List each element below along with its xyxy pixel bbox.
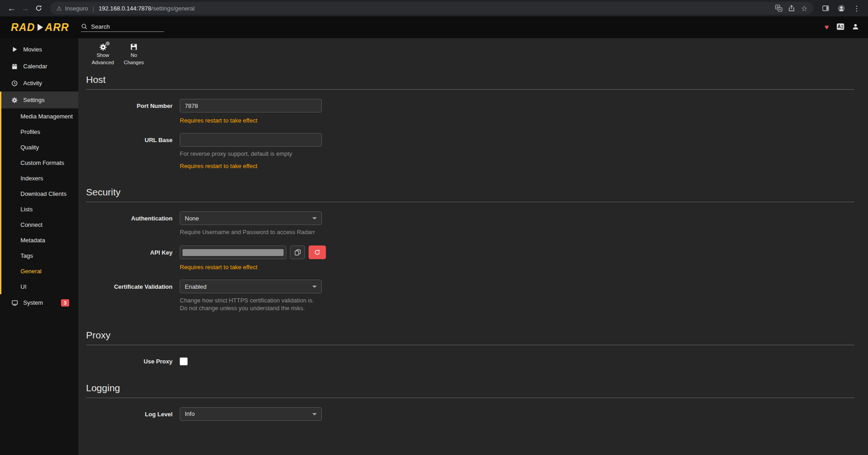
- url-base-help: For reverse proxy support, default is em…: [180, 150, 322, 158]
- calendar-icon: [11, 63, 18, 70]
- api-key-restart-warning: Requires restart to take effect: [180, 264, 326, 271]
- advanced-badge-dot: [106, 41, 110, 46]
- search-box[interactable]: [81, 23, 164, 32]
- browser-menu-icon[interactable]: ⋮: [850, 1, 863, 15]
- sidebar-label: Calendar: [23, 63, 47, 70]
- toolbar-label: Show: [96, 52, 109, 58]
- section-title-proxy: Proxy: [86, 330, 854, 341]
- certificate-validation-label: Certificate Validation: [86, 280, 180, 290]
- copy-api-key-button[interactable]: [290, 245, 305, 259]
- donate-heart-icon[interactable]: ♥: [825, 23, 829, 31]
- forward-icon[interactable]: →: [18, 1, 32, 15]
- toolbar-label: Changes: [124, 60, 144, 66]
- translate-icon[interactable]: A: [772, 3, 785, 14]
- sidebar-item-connect[interactable]: Connect: [1, 217, 78, 232]
- reload-icon[interactable]: [32, 1, 46, 15]
- sidebar-item-quality[interactable]: Quality: [1, 139, 78, 155]
- sidebar-item-movies[interactable]: Movies: [0, 41, 78, 58]
- address-bar[interactable]: ⚠ Inseguro | 192.168.0.144:7878/settings…: [50, 2, 813, 15]
- url-base-restart-warning: Requires restart to take effect: [180, 163, 322, 169]
- svg-text:A: A: [838, 24, 841, 29]
- advanced-icon: [98, 43, 107, 51]
- certificate-validation-select[interactable]: Enabled: [180, 280, 322, 293]
- sidebar-item-profiles[interactable]: Profiles: [1, 124, 78, 139]
- sidebar-item-system[interactable]: System 3: [0, 294, 78, 311]
- header-icons: ♥ A: [825, 23, 868, 32]
- chevron-down-icon: [312, 413, 317, 415]
- chevron-down-icon: [312, 286, 317, 288]
- gear-icon: [11, 97, 18, 103]
- form-row-log-level: Log Level Info: [86, 407, 854, 421]
- monitor-icon: [11, 300, 18, 306]
- reload-glyph: [35, 5, 42, 12]
- section-title-security: Security: [86, 187, 854, 198]
- url-path: /settings/general: [151, 5, 194, 12]
- sidebar-item-activity[interactable]: Activity: [0, 75, 78, 92]
- use-proxy-checkbox[interactable]: [180, 358, 188, 365]
- sidebar-item-settings[interactable]: Settings: [1, 92, 78, 108]
- browser-actions: ⋮: [819, 1, 863, 15]
- api-key-input[interactable]: [180, 245, 286, 259]
- sidebar-item-general[interactable]: General: [1, 263, 78, 279]
- authentication-select[interactable]: None: [180, 211, 322, 225]
- section-host: Host Port Number Requires restart to tak…: [86, 74, 854, 169]
- security-label: Inseguro: [65, 5, 88, 12]
- form-row-use-proxy: Use Proxy: [86, 354, 854, 365]
- address-separator: |: [92, 5, 94, 12]
- sidebar-item-metadata[interactable]: Metadata: [1, 232, 78, 248]
- show-advanced-button[interactable]: Show Advanced: [91, 43, 115, 65]
- user-icon[interactable]: [852, 23, 859, 32]
- sidebar-item-media-management[interactable]: Media Management: [1, 108, 78, 124]
- section-title-logging: Logging: [86, 383, 854, 394]
- sidebar-item-calendar[interactable]: Calendar: [0, 58, 78, 75]
- search-input[interactable]: [91, 23, 155, 30]
- section-rule: [86, 345, 854, 345]
- save-icon: [129, 43, 138, 51]
- clipboard-icon: [294, 249, 301, 256]
- translate-app-icon[interactable]: A: [837, 23, 844, 32]
- api-key-label: API Key: [86, 245, 180, 256]
- section-proxy: Proxy Use Proxy: [86, 330, 854, 365]
- not-secure-icon: ⚠: [56, 5, 62, 12]
- log-level-select[interactable]: Info: [180, 407, 322, 421]
- back-icon[interactable]: ←: [5, 1, 18, 15]
- form-row-authentication: Authentication None Require Username and…: [86, 211, 854, 236]
- logo-text-left: RAD: [11, 21, 35, 34]
- save-changes-button[interactable]: No Changes: [122, 43, 146, 65]
- search-icon: [81, 23, 87, 30]
- form-row-certificate-validation: Certificate Validation Enabled Change ho…: [86, 280, 854, 312]
- bookmark-star-icon[interactable]: ☆: [798, 3, 811, 14]
- profile-avatar-icon[interactable]: [834, 1, 848, 15]
- port-number-input[interactable]: [180, 99, 322, 112]
- url-base-input[interactable]: [180, 133, 322, 147]
- app-header: RAD ARR ♥ A: [0, 16, 868, 38]
- section-rule: [86, 202, 854, 202]
- url-host: 192.168.0.144:7878: [99, 5, 152, 12]
- form-row-port-number: Port Number Requires restart to take eff…: [86, 99, 854, 124]
- share-icon[interactable]: [785, 3, 798, 14]
- sidebar-item-lists[interactable]: Lists: [1, 201, 78, 217]
- sidebar-label: Movies: [23, 46, 42, 53]
- radarr-logo[interactable]: RAD ARR: [0, 21, 78, 34]
- sidebar-item-tags[interactable]: Tags: [1, 248, 78, 263]
- authentication-help: Require Username and Password to access …: [180, 229, 322, 236]
- section-rule: [86, 89, 854, 90]
- side-panel-icon[interactable]: [819, 1, 832, 15]
- sidebar-item-ui[interactable]: UI: [1, 279, 78, 294]
- sidebar-item-custom-formats[interactable]: Custom Formats: [1, 155, 78, 170]
- logo-play-icon: [36, 23, 44, 32]
- api-key-group: [180, 245, 326, 259]
- movies-play-icon: [11, 46, 18, 52]
- logo-text-right: ARR: [45, 21, 69, 34]
- sidebar-item-indexers[interactable]: Indexers: [1, 170, 78, 186]
- api-key-hidden-value: [183, 249, 284, 256]
- section-security: Security Authentication None Require Use…: [86, 187, 854, 312]
- sidebar-item-download-clients[interactable]: Download Clients: [1, 186, 78, 201]
- sidebar-label: System: [23, 299, 43, 306]
- toolbar-label: No: [131, 52, 137, 58]
- toolbar-label: Advanced: [92, 60, 114, 66]
- sidebar-label: Settings: [23, 97, 45, 103]
- log-level-value: Info: [185, 410, 195, 417]
- regenerate-api-key-button[interactable]: [309, 245, 326, 259]
- form-row-api-key: API Key: [86, 245, 854, 271]
